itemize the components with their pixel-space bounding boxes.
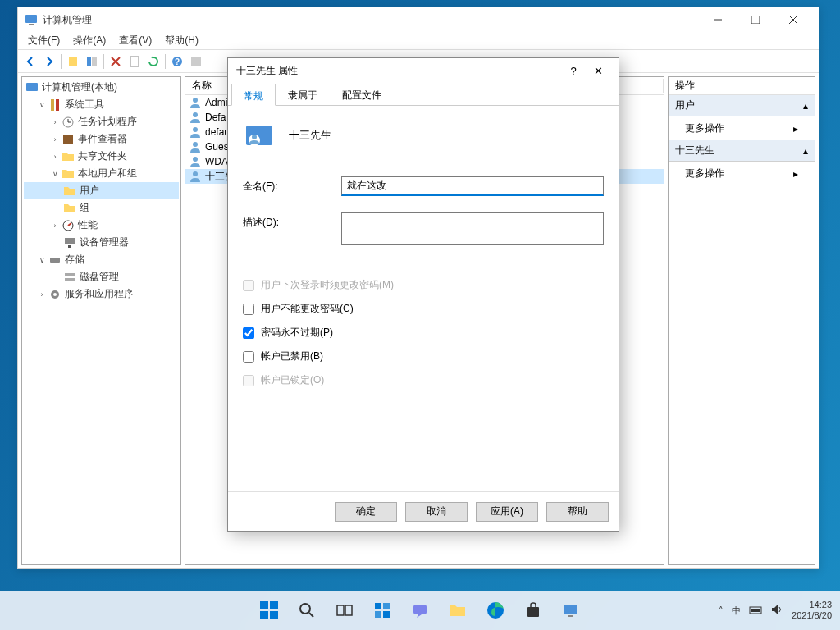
svg-rect-3 xyxy=(751,16,760,24)
ime-indicator[interactable]: 中 xyxy=(732,605,741,617)
tree-disk-management[interactable]: 磁盘管理 xyxy=(24,268,179,285)
menu-view[interactable]: 查看(V) xyxy=(112,32,158,49)
checkbox-label: 用户不能更改密码(C) xyxy=(261,302,354,316)
menubar: 文件(F) 操作(A) 查看(V) 帮助(H) xyxy=(18,32,819,50)
close-button[interactable]: ✕ xyxy=(586,61,610,80)
tree-groups[interactable]: 组 xyxy=(24,199,179,217)
close-button[interactable] xyxy=(774,7,812,32)
user-icon xyxy=(189,126,202,139)
help-button[interactable]: ? xyxy=(168,52,186,71)
chevron-right-icon[interactable]: › xyxy=(50,221,60,231)
svg-rect-1 xyxy=(29,24,34,25)
apply-button[interactable]: 应用(A) xyxy=(476,502,538,522)
task-view-button[interactable] xyxy=(328,594,361,627)
help-button[interactable]: 帮助 xyxy=(546,502,609,522)
tree-task-scheduler[interactable]: ›任务计划程序 xyxy=(24,113,179,130)
explorer-button[interactable] xyxy=(441,594,474,627)
checkbox-disabled[interactable]: 帐户已禁用(B) xyxy=(243,349,604,363)
chevron-down-icon[interactable]: ∨ xyxy=(37,100,47,110)
tree-root[interactable]: 计算机管理(本地) xyxy=(24,79,179,96)
checkbox-never-expires[interactable]: 密码永不过期(P) xyxy=(243,326,604,340)
svg-rect-0 xyxy=(25,15,37,23)
menu-file[interactable]: 文件(F) xyxy=(21,32,66,49)
collapse-icon: ▴ xyxy=(803,100,808,112)
chat-button[interactable] xyxy=(404,594,436,627)
action-section-current[interactable]: 十三先生▴ xyxy=(669,140,815,162)
edge-button[interactable] xyxy=(479,594,512,627)
action-section-label: 用户 xyxy=(675,98,695,112)
refresh-button[interactable] xyxy=(144,52,162,71)
widgets-button[interactable] xyxy=(366,594,399,627)
delete-button[interactable] xyxy=(107,52,125,71)
svg-point-31 xyxy=(193,98,198,103)
tree-device-manager[interactable]: 设备管理器 xyxy=(24,234,179,251)
minimize-button[interactable] xyxy=(699,7,737,32)
ok-button[interactable]: 确定 xyxy=(335,502,397,522)
tree-event-viewer[interactable]: ›事件查看器 xyxy=(24,130,179,148)
extra-button[interactable] xyxy=(187,52,205,71)
tree-label: 计算机管理(本地) xyxy=(42,80,117,94)
action-section-user[interactable]: 用户▴ xyxy=(669,95,815,116)
svg-rect-14 xyxy=(191,57,201,66)
checkbox-input[interactable] xyxy=(243,327,254,339)
user-icon xyxy=(189,140,202,153)
chevron-down-icon[interactable]: ∨ xyxy=(37,255,47,265)
checkbox-input[interactable] xyxy=(243,351,254,363)
tree-services[interactable]: ›服务和应用程序 xyxy=(24,285,179,303)
tree-users[interactable]: 用户 xyxy=(24,182,179,199)
tray-chevron-icon[interactable]: ˄ xyxy=(719,605,724,616)
toolbar-separator xyxy=(61,54,62,69)
list-cell: defau xyxy=(205,126,230,138)
show-hide-button[interactable] xyxy=(83,52,101,71)
forward-button[interactable] xyxy=(40,52,58,71)
store-button[interactable] xyxy=(517,594,550,627)
tray-time[interactable]: 14:23 xyxy=(792,600,832,610)
svg-rect-16 xyxy=(51,99,54,111)
tree-storage[interactable]: ∨存储 xyxy=(24,251,179,268)
action-more-2[interactable]: 更多操作▸ xyxy=(669,162,815,185)
cancel-button[interactable]: 取消 xyxy=(405,502,468,522)
checkbox-input[interactable] xyxy=(243,304,254,315)
chevron-right-icon[interactable]: › xyxy=(37,290,47,299)
action-more-1[interactable]: 更多操作▸ xyxy=(669,116,815,140)
compmgmt-taskbar-icon[interactable] xyxy=(555,594,587,627)
checkbox-cannot-change[interactable]: 用户不能更改密码(C) xyxy=(243,302,604,316)
tree-panel[interactable]: 计算机管理(本地) ∨系统工具 ›任务计划程序 ›事件查看器 ›共享文件夹 ∨本… xyxy=(21,76,181,565)
up-button[interactable] xyxy=(64,52,82,71)
svg-rect-17 xyxy=(56,99,59,111)
chevron-down-icon[interactable]: ∨ xyxy=(50,169,60,179)
tree-system-tools[interactable]: ∨系统工具 xyxy=(24,96,179,113)
fullname-input[interactable] xyxy=(341,176,604,196)
tab-general[interactable]: 常规 xyxy=(231,84,276,106)
chevron-right-icon[interactable]: › xyxy=(50,135,60,144)
tree-label: 系统工具 xyxy=(65,98,104,112)
tree-shared-folders[interactable]: ›共享文件夹 xyxy=(24,148,179,165)
chevron-right-icon[interactable]: › xyxy=(50,117,60,127)
help-button[interactable]: ? xyxy=(561,61,586,80)
svg-rect-47 xyxy=(345,605,352,615)
menu-help[interactable]: 帮助(H) xyxy=(158,32,205,49)
checkbox-label: 用户下次登录时须更改密码(M) xyxy=(261,278,394,292)
tree-local-users-groups[interactable]: ∨本地用户和组 xyxy=(24,165,179,182)
description-input[interactable] xyxy=(341,212,604,245)
network-icon[interactable] xyxy=(749,603,762,618)
checkbox-label: 帐户已禁用(B) xyxy=(261,349,323,363)
user-icon xyxy=(189,170,202,183)
menu-action[interactable]: 操作(A) xyxy=(66,32,112,49)
properties-button[interactable] xyxy=(126,52,144,71)
tray-date[interactable]: 2021/8/20 xyxy=(792,610,832,621)
volume-icon[interactable] xyxy=(770,603,783,618)
svg-rect-55 xyxy=(564,605,578,614)
tab-member-of[interactable]: 隶属于 xyxy=(276,83,330,105)
start-button[interactable] xyxy=(253,594,285,627)
chevron-right-icon[interactable]: › xyxy=(50,152,60,162)
tree-performance[interactable]: ›性能 xyxy=(24,217,179,234)
search-button[interactable] xyxy=(290,594,323,627)
tree-label: 性能 xyxy=(78,218,98,232)
tab-profile[interactable]: 配置文件 xyxy=(330,83,394,105)
taskbar: ˄ 中 14:23 2021/8/20 xyxy=(0,591,840,630)
back-button[interactable] xyxy=(21,52,39,71)
svg-rect-50 xyxy=(375,611,381,618)
maximize-button[interactable] xyxy=(737,7,774,32)
svg-point-44 xyxy=(300,604,310,614)
